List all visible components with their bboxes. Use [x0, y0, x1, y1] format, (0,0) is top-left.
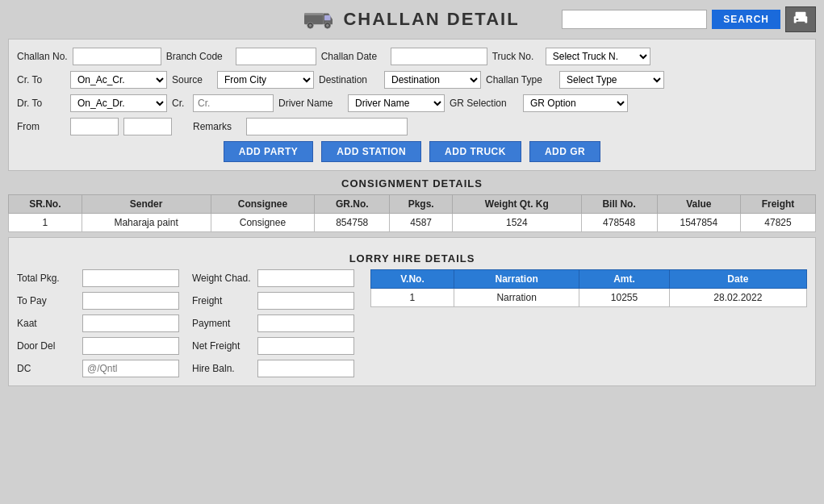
- consignment-table-header: SR.No. Sender Consignee GR.No. Pkgs. Wei…: [9, 195, 816, 214]
- challan-type-label: Challan Type: [486, 74, 554, 85]
- total-pkg-input[interactable]: [82, 269, 179, 287]
- driver-name-label: Driver Name: [278, 98, 343, 109]
- col-weight: Weight Qt. Kg: [453, 195, 581, 214]
- lorry-right-col: V.No. Narration Amt. Date 1Narration1025…: [370, 269, 807, 377]
- kaat-label: Kaat: [17, 318, 77, 329]
- door-del-row: Door Del: [17, 337, 179, 355]
- header-actions: SEARCH: [562, 6, 816, 32]
- remarks-input[interactable]: [246, 118, 408, 135]
- truck-no-select[interactable]: Select Truck N.: [546, 48, 650, 65]
- challan-no-input[interactable]: [73, 48, 161, 65]
- lorry-col-1: Total Pkg. To Pay Kaat Door Del: [17, 269, 179, 377]
- svg-rect-2: [324, 15, 331, 20]
- consignment-table: SR.No. Sender Consignee GR.No. Pkgs. Wei…: [8, 194, 816, 232]
- form-row-3: Dr. To On_Ac_Dr. Cr. Driver Name Driver …: [17, 94, 807, 112]
- kaat-input[interactable]: [82, 314, 179, 332]
- nar-col-date: Date: [669, 270, 806, 289]
- freight-row: Freight: [192, 292, 354, 310]
- hire-baln-row: Hire Baln.: [192, 360, 354, 377]
- challan-date-input[interactable]: [391, 48, 487, 65]
- payment-input[interactable]: [257, 314, 354, 332]
- add-truck-button[interactable]: ADD TRUCK: [429, 141, 521, 162]
- door-del-input[interactable]: [82, 337, 179, 355]
- total-pkg-row: Total Pkg.: [17, 269, 179, 287]
- challan-type-select[interactable]: Select Type: [559, 71, 664, 89]
- col-pkgs: Pkgs.: [390, 195, 453, 214]
- dc-label: DC: [17, 363, 77, 374]
- nar-col-narration: Narration: [454, 270, 579, 289]
- add-gr-button[interactable]: ADD GR: [529, 141, 600, 162]
- add-station-button[interactable]: ADD STATION: [321, 141, 421, 162]
- cr-to-select[interactable]: On_Ac_Cr.: [70, 71, 167, 89]
- net-freight-row: Net Freight: [192, 337, 354, 355]
- dc-row: DC: [17, 360, 179, 377]
- form-card: Challan No. Branch Code Challan Date Tru…: [8, 39, 816, 171]
- dc-input[interactable]: [82, 360, 179, 377]
- payment-row: Payment: [192, 314, 354, 332]
- kaat-row: Kaat: [17, 314, 179, 332]
- col-value: Value: [657, 195, 740, 214]
- lorry-fields: Total Pkg. To Pay Kaat Door Del: [17, 269, 354, 377]
- dr-to-select[interactable]: On_Ac_Dr.: [70, 94, 167, 112]
- branch-code-input[interactable]: [236, 48, 316, 65]
- hire-baln-input[interactable]: [257, 360, 354, 377]
- truck-icon: [304, 8, 337, 31]
- net-freight-input[interactable]: [257, 337, 354, 355]
- header: CHALLAN DETAIL SEARCH: [8, 8, 816, 31]
- consignment-section: CONSIGNMENT DETAILS SR.No. Sender Consig…: [8, 177, 816, 232]
- from-city-select[interactable]: From City: [217, 71, 314, 89]
- lorry-left-col: Total Pkg. To Pay Kaat Door Del: [17, 269, 354, 377]
- weight-chad-row: Weight Chad.: [192, 269, 354, 287]
- page-title: CHALLAN DETAIL: [343, 9, 519, 30]
- svg-point-6: [326, 24, 329, 27]
- door-del-label: Door Del: [17, 340, 77, 352]
- cr-label: Cr.: [172, 98, 188, 109]
- gr-selection-select[interactable]: GR Option: [523, 94, 628, 112]
- search-button[interactable]: SEARCH: [712, 10, 780, 29]
- print-button[interactable]: [785, 6, 816, 32]
- payment-label: Payment: [192, 318, 253, 329]
- print-icon: [792, 10, 809, 28]
- challan-no-label: Challan No.: [17, 51, 68, 62]
- svg-rect-10: [797, 22, 805, 27]
- cr-input[interactable]: [193, 94, 274, 112]
- weight-chad-input[interactable]: [257, 269, 354, 287]
- narration-row: 1Narration1025528.02.2022: [371, 289, 807, 307]
- to-pay-input[interactable]: [82, 292, 179, 310]
- weight-chad-label: Weight Chad.: [192, 273, 253, 284]
- col-consignee: Consignee: [211, 195, 315, 214]
- search-input[interactable]: [562, 10, 707, 29]
- driver-name-select[interactable]: Driver Name: [348, 94, 445, 112]
- dr-to-label: Dr. To: [17, 98, 65, 109]
- narration-table: V.No. Narration Amt. Date 1Narration1025…: [370, 269, 807, 307]
- consignment-section-title: CONSIGNMENT DETAILS: [8, 177, 816, 190]
- freight-input[interactable]: [257, 292, 354, 310]
- add-party-button[interactable]: ADD PARTY: [224, 141, 314, 162]
- destination-select[interactable]: Destination: [384, 71, 481, 89]
- col-gr-no: GR.No.: [315, 195, 390, 214]
- narration-header: V.No. Narration Amt. Date: [371, 270, 807, 289]
- title-group: CHALLAN DETAIL: [304, 8, 519, 31]
- truck-no-label: Truck No.: [492, 51, 541, 62]
- lorry-hire-title: LORRY HIRE DETAILS: [17, 252, 807, 264]
- hire-baln-label: Hire Baln.: [192, 363, 253, 374]
- from-label: From: [17, 121, 65, 132]
- to-pay-label: To Pay: [17, 295, 77, 306]
- challan-date-label: Challan Date: [321, 51, 386, 62]
- action-buttons: ADD PARTY ADD STATION ADD TRUCK ADD GR: [17, 141, 807, 162]
- from-input-2[interactable]: 100: [123, 118, 172, 135]
- form-row-4: From 1 100 Remarks: [17, 118, 807, 135]
- form-row-1: Challan No. Branch Code Challan Date Tru…: [17, 48, 807, 65]
- branch-code-label: Branch Code: [166, 51, 231, 62]
- from-input-1[interactable]: 1: [70, 118, 119, 135]
- lorry-col-2: Weight Chad. Freight Payment Net Fr: [192, 269, 354, 377]
- to-pay-row: To Pay: [17, 292, 179, 310]
- nar-col-amt: Amt.: [579, 270, 669, 289]
- source-label: Source: [172, 74, 212, 85]
- gr-selection-label: GR Selection: [450, 98, 518, 109]
- lorry-grid: Total Pkg. To Pay Kaat Door Del: [17, 269, 807, 377]
- svg-rect-11: [797, 19, 799, 20]
- net-freight-label: Net Freight: [192, 340, 253, 352]
- cr-to-label: Cr. To: [17, 74, 65, 85]
- table-row: 1Maharaja paintConsignee8547584587152447…: [9, 214, 816, 232]
